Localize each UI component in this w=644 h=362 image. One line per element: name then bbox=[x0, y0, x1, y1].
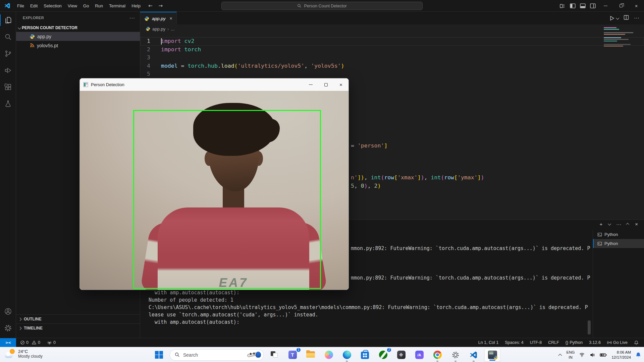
indentation[interactable]: Spaces: 4 bbox=[505, 340, 524, 345]
timeline-section[interactable]: TIMELINE bbox=[16, 323, 140, 333]
source-control-icon[interactable] bbox=[0, 45, 16, 62]
ports-status[interactable]: 0 bbox=[47, 340, 56, 345]
microsoft-store-button[interactable] bbox=[358, 348, 372, 362]
go-live-button[interactable]: Go Live bbox=[607, 340, 628, 345]
window-restore-button[interactable] bbox=[613, 0, 629, 12]
extensions-icon[interactable] bbox=[0, 79, 16, 96]
settings-button[interactable] bbox=[448, 348, 463, 362]
settings-gear-icon[interactable] bbox=[0, 320, 16, 337]
teams-icon: T bbox=[288, 351, 297, 359]
cv-minimize-button[interactable] bbox=[303, 78, 318, 91]
terminal-instance-python[interactable]: Python bbox=[593, 239, 644, 248]
game-app-button[interactable] bbox=[394, 348, 409, 362]
nav-back-icon[interactable]: ← bbox=[148, 3, 153, 9]
language-label: Python bbox=[570, 340, 583, 345]
code-line-3[interactable]: 3 bbox=[140, 54, 644, 62]
chevron-right-icon bbox=[18, 317, 22, 321]
teams-button[interactable]: T 1 bbox=[285, 348, 300, 362]
toggle-panel-icon[interactable] bbox=[578, 0, 588, 12]
menu-view[interactable]: View bbox=[65, 0, 80, 12]
tab-app-py[interactable]: app.py × bbox=[140, 12, 177, 24]
wifi-icon[interactable] bbox=[579, 352, 585, 358]
chrome-button[interactable] bbox=[430, 348, 445, 362]
close-panel-icon[interactable]: × bbox=[635, 221, 638, 227]
start-button[interactable] bbox=[152, 348, 166, 362]
vscode-taskbar-button[interactable] bbox=[466, 348, 481, 362]
explorer-more-actions-icon[interactable]: ··· bbox=[129, 15, 135, 20]
person-detection-window[interactable]: Person Detection × EA7 bbox=[79, 78, 349, 290]
volume-icon[interactable] bbox=[589, 352, 595, 358]
maximize-panel-icon[interactable] bbox=[626, 223, 629, 226]
clock-widget[interactable]: 8:06 AM 12/17/2024 bbox=[611, 350, 631, 360]
breadcrumb-file[interactable]: app.py bbox=[152, 26, 165, 32]
menu-run[interactable]: Run bbox=[92, 0, 106, 12]
problems-status[interactable]: 0 0 bbox=[20, 340, 40, 345]
editor-more-actions-icon[interactable]: ··· bbox=[634, 15, 639, 21]
search-sidebar-icon[interactable] bbox=[0, 28, 16, 45]
code-line-4[interactable]: 4model = torch.hub.load('ultralytics/yol… bbox=[140, 62, 644, 70]
terminal-scrollbar[interactable] bbox=[588, 320, 591, 335]
toggle-sidebar-icon[interactable] bbox=[568, 0, 578, 12]
notification-bell-icon[interactable] bbox=[635, 352, 641, 358]
code-line-2[interactable]: 2import torch bbox=[140, 46, 644, 54]
menu-help[interactable]: Help bbox=[128, 0, 144, 12]
remote-indicator[interactable]: >< bbox=[0, 338, 16, 347]
window-close-button[interactable]: × bbox=[629, 0, 644, 12]
workspace-folder-row[interactable]: PERSON COUNT DETECTOR bbox=[16, 24, 140, 32]
code-area[interactable]: 1import cv22import torch34model = torch.… bbox=[140, 33, 644, 78]
tray-expand-icon[interactable] bbox=[558, 354, 562, 357]
teams-badge: 1 bbox=[296, 347, 301, 353]
taskbar-search-box[interactable]: Search bbox=[170, 349, 264, 361]
python-version[interactable]: 3.12.6 bbox=[589, 340, 601, 345]
edge-button[interactable] bbox=[339, 348, 354, 362]
eol-sequence[interactable]: CRLF bbox=[548, 340, 559, 345]
battery-icon[interactable] bbox=[600, 352, 607, 358]
menu-terminal[interactable]: Terminal bbox=[106, 0, 128, 12]
toggle-secondary-sidebar-icon[interactable] bbox=[588, 0, 598, 12]
breadcrumbs[interactable]: app.py › ... bbox=[140, 24, 644, 33]
split-editor-icon[interactable] bbox=[624, 15, 629, 21]
encoding[interactable]: UTF-8 bbox=[530, 340, 542, 345]
notifications-bell-icon[interactable] bbox=[634, 340, 639, 345]
cursor-position[interactable]: Ln 1, Col 1 bbox=[478, 340, 498, 345]
outline-section[interactable]: OUTLINE bbox=[16, 314, 140, 323]
code-line-5[interactable]: 5 bbox=[140, 70, 644, 78]
copilot-button[interactable] bbox=[321, 348, 336, 362]
minimap[interactable] bbox=[604, 27, 641, 47]
terminal-dropdown-icon[interactable] bbox=[608, 222, 611, 226]
file-explorer-button[interactable] bbox=[303, 348, 318, 362]
menu-go[interactable]: Go bbox=[80, 0, 92, 12]
menu-edit[interactable]: Edit bbox=[27, 0, 41, 12]
terminal-instance-python[interactable]: Python bbox=[593, 230, 644, 239]
gear-icon bbox=[451, 351, 460, 359]
explorer-icon[interactable] bbox=[0, 12, 16, 28]
window-minimize-button[interactable] bbox=[598, 0, 613, 12]
file-item-app-py[interactable]: app.py bbox=[16, 32, 140, 41]
menu-file[interactable]: File bbox=[14, 0, 27, 12]
command-center-search[interactable]: Person Count Detector bbox=[221, 2, 423, 10]
cv-window-titlebar[interactable]: Person Detection × bbox=[80, 78, 348, 91]
nav-forward-icon[interactable]: → bbox=[158, 3, 163, 9]
menu-selection[interactable]: Selection bbox=[41, 0, 64, 12]
language-indicator[interactable]: ENG IN bbox=[567, 350, 575, 360]
python-app-button-active[interactable] bbox=[484, 348, 500, 362]
new-terminal-icon[interactable]: + bbox=[599, 221, 602, 227]
testing-icon[interactable] bbox=[0, 96, 16, 112]
task-view-button[interactable] bbox=[267, 348, 282, 362]
xbox-button[interactable]: 2 bbox=[376, 348, 390, 362]
cv-close-button[interactable]: × bbox=[333, 78, 348, 91]
language-mode[interactable]: {} Python bbox=[566, 340, 583, 345]
run-python-file-button[interactable] bbox=[609, 15, 619, 21]
breadcrumb-symbol[interactable]: ... bbox=[171, 26, 174, 32]
run-dropdown-icon[interactable] bbox=[616, 16, 619, 19]
weather-widget[interactable]: 24°C Mostly cloudy bbox=[5, 348, 43, 359]
creative-app-button[interactable]: /A bbox=[412, 348, 427, 362]
tab-close-icon[interactable]: × bbox=[170, 16, 172, 21]
customize-layout-icon[interactable] bbox=[557, 0, 568, 12]
code-line-1[interactable]: 1import cv2 bbox=[140, 37, 644, 46]
accounts-icon[interactable] bbox=[0, 303, 16, 320]
file-item-yolov5s-pt[interactable]: yolov5s.pt bbox=[16, 41, 140, 50]
run-debug-icon[interactable] bbox=[0, 62, 16, 79]
panel-more-actions-icon[interactable]: ··· bbox=[616, 221, 621, 227]
cv-maximize-button[interactable] bbox=[318, 78, 333, 91]
